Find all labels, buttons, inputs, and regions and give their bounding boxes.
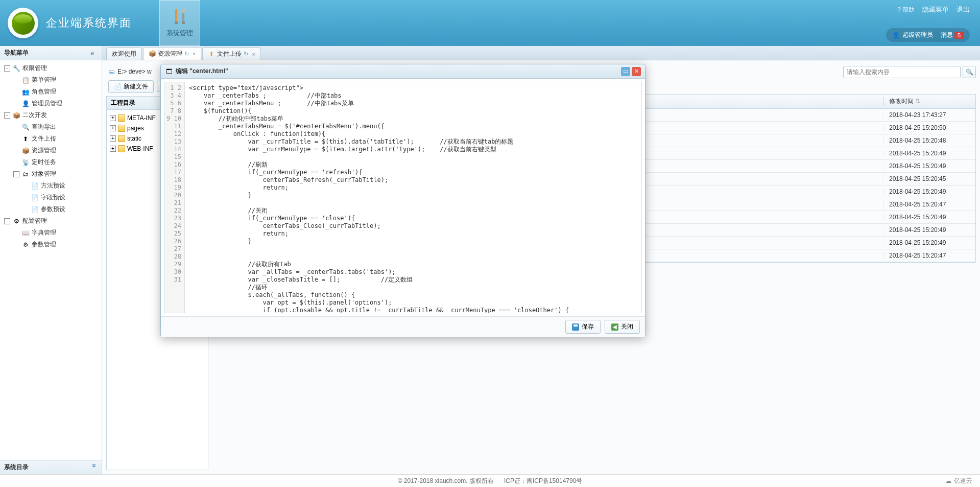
- tree-icon: 📦: [12, 111, 20, 120]
- cell-time: 2018-04-25 15:20:49: [883, 226, 970, 234]
- cell-time: 2018-04-25 15:20:45: [883, 175, 970, 182]
- cloud-icon: ☁: [945, 477, 951, 484]
- folder-toggle-icon[interactable]: +: [110, 125, 116, 131]
- footer: © 2017-2018 xlauch.com. 版权所有 ICP证：闽ICP备1…: [0, 474, 980, 487]
- tab[interactable]: ⬆文件上传↻×: [202, 48, 260, 60]
- tab[interactable]: 📦资源管理↻×: [143, 47, 201, 60]
- tree-icon: 🗂: [21, 170, 30, 178]
- tree-toggle-icon[interactable]: −: [4, 218, 10, 224]
- folder-icon: [118, 135, 125, 142]
- folder-toggle-icon[interactable]: +: [110, 146, 116, 152]
- tree-icon: 🔍: [21, 123, 30, 131]
- folder-label: pages: [127, 125, 144, 132]
- sidebar-footer[interactable]: 系统目录 »: [0, 460, 102, 474]
- cell-time: 2018-04-25 15:20:47: [883, 252, 970, 259]
- folder-icon: [118, 114, 125, 122]
- sidebar-item[interactable]: 📄字段预设: [4, 192, 102, 203]
- tree-label: 角色管理: [32, 87, 56, 96]
- tab[interactable]: 欢迎使用: [106, 48, 142, 60]
- breadcrumb-path: E:> deve> w: [117, 68, 152, 75]
- folder-label: META-INF: [127, 114, 156, 122]
- refresh-icon[interactable]: ↻: [184, 51, 189, 57]
- tree-label: 权限管理: [22, 64, 47, 73]
- sidebar-item[interactable]: −🔧权限管理: [4, 62, 102, 74]
- tree-toggle-icon[interactable]: −: [4, 112, 10, 119]
- cell-time: 2018-04-25 15:20:49: [883, 163, 970, 170]
- sidebar-item[interactable]: 📄方法预设: [4, 180, 102, 192]
- tree-icon: 📄: [31, 194, 39, 202]
- save-button[interactable]: 保存: [565, 320, 601, 334]
- header-right-bottom: 👤 超级管理员 消息 5: [886, 28, 970, 42]
- dialog-footer: 保存 ◀ 关闭: [161, 316, 645, 337]
- close-dialog-button[interactable]: ◀ 关闭: [605, 320, 640, 334]
- tab-label: 文件上传: [217, 50, 242, 58]
- code-editor[interactable]: <script type="text/javascript"> var _cen…: [185, 82, 641, 313]
- tree-icon: 👤: [21, 100, 30, 108]
- header: 企业端系统界面 系统管理 ?帮助 隐藏菜单 退出 👤 超级管理员 消息 5: [0, 0, 980, 46]
- hide-menu-link[interactable]: 隐藏菜单: [922, 5, 949, 14]
- tree-toggle-icon[interactable]: −: [13, 171, 19, 177]
- file-icon: 📄: [114, 83, 122, 90]
- dialog-titlebar[interactable]: 🗔 编辑 "center.html" ▭ ✕: [161, 64, 645, 79]
- tree-label: 菜单管理: [32, 76, 56, 84]
- sidebar-item[interactable]: 📋菜单管理: [4, 74, 102, 86]
- search-button[interactable]: 🔍: [963, 66, 976, 78]
- sidebar-item[interactable]: 📄参数预设: [4, 203, 102, 215]
- header-right-top: ?帮助 隐藏菜单 退出: [897, 5, 970, 14]
- cell-time: 2018-04-25 15:20:47: [883, 201, 970, 208]
- tree-label: 查询导出: [32, 123, 56, 131]
- collapse-icon[interactable]: «: [90, 49, 99, 57]
- user-menu[interactable]: 👤 超级管理员: [892, 31, 933, 39]
- help-icon: ?: [897, 6, 901, 13]
- minimize-button[interactable]: ▭: [621, 67, 630, 76]
- close-button[interactable]: ✕: [632, 67, 641, 76]
- logo-icon: [8, 8, 38, 38]
- tree-label: 管理员管理: [32, 99, 62, 108]
- sidebar-item[interactable]: 📡定时任务: [4, 156, 102, 168]
- tree-label: 对象管理: [32, 170, 56, 178]
- window-icon: 🗔: [165, 67, 173, 76]
- expand-icon[interactable]: »: [90, 463, 99, 472]
- sidebar-item[interactable]: 📦资源管理: [4, 145, 102, 156]
- tools-icon: [172, 8, 188, 25]
- tree-label: 方法预设: [41, 181, 65, 190]
- tab-close-icon[interactable]: ×: [252, 51, 255, 57]
- app-title: 企业端系统界面: [46, 15, 132, 31]
- folder-label: WEB-INF: [127, 145, 153, 152]
- tree-icon: 🔧: [12, 64, 20, 73]
- new-file-button[interactable]: 📄 新建文件: [108, 80, 154, 93]
- nav-system-manage[interactable]: 系统管理: [159, 0, 200, 46]
- tree-icon: 📋: [21, 76, 30, 84]
- sidebar-item[interactable]: 👥角色管理: [4, 86, 102, 98]
- svg-rect-0: [175, 9, 177, 21]
- help-link[interactable]: ?帮助: [897, 6, 915, 14]
- folder-toggle-icon[interactable]: +: [110, 115, 116, 121]
- messages-link[interactable]: 消息 5: [941, 31, 964, 39]
- refresh-icon[interactable]: ↻: [244, 51, 248, 57]
- logout-link[interactable]: 退出: [957, 5, 970, 14]
- sidebar-item[interactable]: ⚙参数管理: [4, 239, 102, 250]
- tree-toggle-icon[interactable]: −: [4, 65, 10, 72]
- tab-close-icon[interactable]: ×: [193, 51, 196, 57]
- cell-time: 2018-04-25 15:20:50: [883, 124, 970, 131]
- nav-label: 系统管理: [166, 29, 193, 38]
- cell-time: 2018-04-25 15:20:49: [883, 150, 970, 157]
- tree-icon: 📄: [31, 182, 39, 190]
- folder-toggle-icon[interactable]: +: [110, 135, 116, 142]
- svg-rect-1: [175, 21, 178, 24]
- col-modify-time[interactable]: 修改时间 ⇅: [883, 97, 970, 106]
- cell-time: 2018-04-25 15:20:49: [883, 239, 970, 246]
- sidebar-item[interactable]: −⚙配置管理: [4, 215, 102, 227]
- sidebar-item[interactable]: 📖字典管理: [4, 227, 102, 239]
- message-badge: 5: [954, 32, 964, 39]
- folder-icon: [118, 125, 125, 132]
- sidebar-item[interactable]: ⬆文件上传: [4, 133, 102, 145]
- footer-brand: ☁ 亿速云: [945, 477, 972, 485]
- cell-time: 2018-04-23 17:43:27: [883, 111, 970, 119]
- search-input[interactable]: [843, 66, 961, 78]
- tree-label: 参数管理: [32, 240, 56, 249]
- sidebar-item[interactable]: −📦二次开发: [4, 109, 102, 121]
- sidebar-item[interactable]: 👤管理员管理: [4, 98, 102, 109]
- sidebar-item[interactable]: −🗂对象管理: [4, 168, 102, 180]
- sidebar-item[interactable]: 🔍查询导出: [4, 121, 102, 133]
